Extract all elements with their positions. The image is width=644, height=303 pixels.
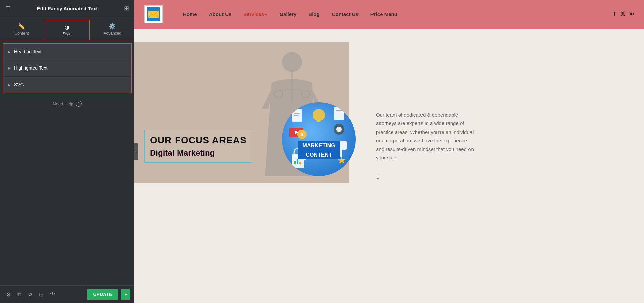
nav-gallery[interactable]: Gallery [279,11,296,17]
content-icon: ✏️ [18,23,25,30]
svg-rect-11 [294,113,300,114]
site-content: OUR FOCUS AREAS Digital Marketing [134,29,644,263]
hero-image-area: OUR FOCUS AREAS Digital Marketing [134,42,349,183]
animated-text-overlay: OUR FOCUS AREAS Digital Marketing [144,130,252,163]
facebook-icon[interactable]: f [614,11,616,18]
accordion-heading-label: Heading Text [14,49,41,54]
need-help[interactable]: Need Help ? [0,96,134,111]
content-label: CONTENT [298,151,340,159]
svg-rect-14 [336,110,342,111]
history-icon[interactable]: ↺ [26,289,34,300]
focus-heading: OUR FOCUS AREAS [150,135,247,146]
svg-point-4 [282,52,302,72]
layers-icon[interactable]: ⧉ [15,289,23,299]
site-logo [144,5,163,23]
tab-advanced-label: Advanced [104,31,121,36]
accordion-svg-arrow: ▶ [8,83,11,87]
marketing-circle-inner: $ MARKETING CONTENT [282,102,356,176]
nav-home[interactable]: Home [183,11,197,17]
nav-contact[interactable]: Contact Us [332,11,358,17]
help-icon: ? [76,101,82,107]
content-footer [134,263,644,303]
site-nav: Home About Us Services Gallery Blog Cont… [183,11,614,17]
bottom-toolbar: ⚙ ⧉ ↺ ⊡ 👁 UPDATE ▾ [0,285,134,303]
hamburger-icon[interactable]: ☰ [5,5,11,12]
grid-icon[interactable]: ⊞ [124,5,129,12]
need-help-label: Need Help [53,101,73,106]
panel-tabs: ✏️ Content ◑ Style ⚙️ Advanced [0,17,134,40]
marketing-circle: $ MARKETING CONTENT [282,102,356,176]
svg-rect-12 [294,115,298,116]
accordion-heading-arrow: ▶ [8,50,11,54]
tab-content-label: Content [15,31,29,36]
accordion-highlighted-arrow: ▶ [8,66,11,70]
nav-about[interactable]: About Us [209,11,232,17]
accordion-svg[interactable]: ▶ SVG [3,77,131,93]
svg-rect-15 [336,112,342,112]
update-arrow-button[interactable]: ▾ [121,289,130,300]
svg-rect-13 [334,107,344,120]
panel-header: ☰ Edit Fancy Animated Text ⊞ [0,0,134,17]
nav-price[interactable]: Price Menu [370,11,397,17]
accordion-heading-text[interactable]: ▶ Heading Text [3,44,131,60]
accordion-highlighted-label: Highlighted Text [14,65,47,71]
attorney-description: Our team of dedicated & dependable attor… [376,111,477,162]
accordion-highlighted-text[interactable]: ▶ Highlighted Text [3,60,131,77]
tab-advanced[interactable]: ⚙️ Advanced [91,20,134,40]
svg-rect-28 [297,159,298,164]
site-header: Home About Us Services Gallery Blog Cont… [134,0,644,29]
collapse-handle[interactable]: ‹ [134,143,138,160]
tab-style-label: Style [63,32,72,36]
accordion-svg-header: ▶ SVG [3,77,131,93]
accordion-highlighted-header: ▶ Highlighted Text [3,60,131,76]
svg-point-16 [313,109,325,121]
nav-services[interactable]: Services [243,11,267,17]
tab-content[interactable]: ✏️ Content [0,20,43,40]
highlighted-text: Digital Marketing [150,148,215,157]
svg-rect-10 [294,112,300,112]
update-button[interactable]: UPDATE [87,289,118,300]
marketing-label: MARKETING [298,141,340,151]
down-arrow-icon: ↓ [376,172,627,181]
svg-point-19 [336,127,342,132]
left-panel: ☰ Edit Fancy Animated Text ⊞ ✏️ Content … [0,0,134,303]
svg-rect-17 [317,120,320,122]
twitter-icon[interactable]: 𝕏 [621,11,625,18]
responsive-icon[interactable]: ⊡ [37,289,45,300]
accordion-heading-header: ▶ Heading Text [3,44,131,60]
accordion-container: ▶ Heading Text ▶ Highlighted Text ▶ SVG [3,43,132,93]
panel-title: Edit Fancy Animated Text [37,6,98,11]
accordion-svg-label: SVG [14,82,24,87]
right-text-area: Our team of dedicated & dependable attor… [349,29,644,263]
svg-rect-29 [299,162,301,164]
preview-icon[interactable]: 👁 [48,289,57,299]
linkedin-icon[interactable]: in [630,11,634,18]
advanced-icon: ⚙️ [109,23,116,30]
social-icons: f 𝕏 in [614,11,634,18]
style-icon: ◑ [65,24,69,30]
right-panel: Home About Us Services Gallery Blog Cont… [134,0,644,303]
svg-text:$: $ [300,132,303,137]
svg-rect-27 [294,161,296,164]
nav-blog[interactable]: Blog [308,11,319,17]
tab-style[interactable]: ◑ Style [45,20,89,40]
settings-icon[interactable]: ⚙ [4,289,13,300]
